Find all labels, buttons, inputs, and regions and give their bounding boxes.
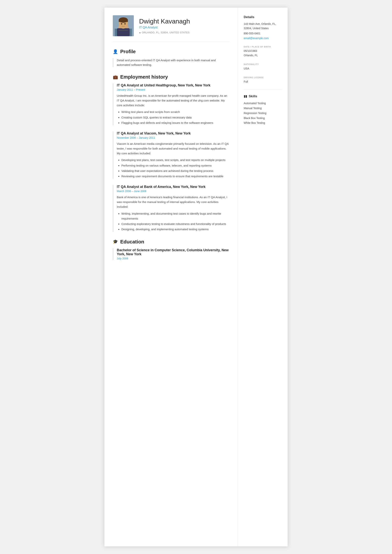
job-bullets-2: Developing test plans, test cases, test … bbox=[117, 158, 229, 179]
job-entry-3: IT QA Analyst at Bank of America, New Yo… bbox=[113, 185, 229, 232]
svg-point-7 bbox=[121, 23, 122, 24]
job-description-2: Viacom is an American media conglomerate… bbox=[117, 142, 229, 156]
bullet-item: Creating custom SQL queries to extract n… bbox=[121, 115, 229, 120]
sidebar-details: Details 143 Main Ave, Orlando, FL, 32804… bbox=[244, 15, 282, 40]
bullet-item: Writing, implementing, and documenting t… bbox=[121, 211, 229, 221]
profile-icon: 👤 bbox=[113, 49, 118, 54]
job-dates-1: January 2011 – Present bbox=[117, 88, 229, 91]
job-description-3: Bank of America is one of America's lead… bbox=[117, 195, 229, 209]
sidebar-details-title: Details bbox=[244, 15, 282, 19]
svg-rect-6 bbox=[119, 20, 128, 22]
skill-4: Black Box Testing bbox=[244, 116, 282, 121]
job-entry-1: IT QA Analyst at United Healthgroup, New… bbox=[113, 83, 229, 125]
job-dates-2: November 2008 – January 2011 bbox=[117, 136, 229, 139]
bullet-item: Validating that user expectations are ac… bbox=[121, 168, 229, 173]
sidebar-driving-value: Full bbox=[244, 80, 282, 84]
avatar bbox=[113, 15, 134, 36]
bullet-item: Conducting exploratory testing to evalua… bbox=[121, 222, 229, 226]
candidate-name: Dwight Kavanagh bbox=[139, 18, 190, 25]
job-title-2: IT QA Analyst at Viacom, New York, New Y… bbox=[117, 132, 229, 135]
bullet-item: Developing test plans, test cases, test … bbox=[121, 158, 229, 163]
svg-rect-9 bbox=[119, 30, 128, 31]
job-title-3: IT QA Analyst at Bank of America, New Yo… bbox=[117, 185, 229, 189]
svg-rect-3 bbox=[117, 28, 130, 36]
edu-dates-1: July 2006 bbox=[117, 257, 229, 260]
header-info: Dwight Kavanagh IT QA Analyst ● ORLANDO,… bbox=[139, 18, 190, 34]
sidebar-address: 143 Main Ave, Orlando, FL, 32804, United… bbox=[244, 22, 282, 31]
skill-5: White Box Testing bbox=[244, 121, 282, 125]
header: Dwight Kavanagh IT QA Analyst ● ORLANDO,… bbox=[113, 15, 229, 42]
education-icon: 🎓 bbox=[113, 239, 118, 244]
main-content: Dwight Kavanagh IT QA Analyst ● ORLANDO,… bbox=[104, 8, 238, 546]
sidebar-dob-value: 05/10/1983Orlando, FL bbox=[244, 49, 282, 57]
education-section: 🎓 Education Bachelor of Science in Compu… bbox=[113, 239, 229, 260]
job-dates-3: March 2006 – June 2008 bbox=[117, 190, 229, 193]
skills-icon: ▮▮ bbox=[244, 94, 247, 98]
sidebar-phone: 890-555-0401 bbox=[244, 31, 282, 36]
bullet-item: Flagging bugs and defects and relaying i… bbox=[121, 120, 229, 125]
job-bullets-3: Writing, implementing, and documenting t… bbox=[117, 211, 229, 232]
sidebar-nationality: NATIONALITY USA bbox=[244, 63, 282, 71]
profile-section: 👤 Profile Detail and process-oriented IT… bbox=[113, 49, 229, 67]
job-entry-2: IT QA Analyst at Viacom, New York, New Y… bbox=[113, 132, 229, 179]
skill-1: Automated Testing bbox=[244, 101, 282, 106]
education-section-title: 🎓 Education bbox=[113, 239, 229, 245]
bullet-item: Designing, developing, and implementing … bbox=[121, 227, 229, 232]
sidebar: Details 143 Main Ave, Orlando, FL, 32804… bbox=[238, 8, 288, 546]
sidebar-skills: ▮▮ Skills Automated Testing Manual Testi… bbox=[244, 94, 282, 125]
employment-section-title: 💼 Employment history bbox=[113, 74, 229, 80]
sidebar-dob-label: DATE / PLACE OF BIRTH bbox=[244, 46, 282, 48]
candidate-job-title: IT QA Analyst bbox=[139, 26, 190, 29]
sidebar-nationality-value: USA bbox=[244, 66, 282, 71]
candidate-location: ● ORLANDO, FL, 32804, UNITED STATES bbox=[139, 31, 190, 34]
skills-section-title: ▮▮ Skills bbox=[244, 94, 282, 98]
skill-3: Regression Testing bbox=[244, 111, 282, 116]
sidebar-nationality-label: NATIONALITY bbox=[244, 63, 282, 65]
sidebar-driving-label: DRIVING LICENSE bbox=[244, 76, 282, 79]
edu-entry-1: Bachelor of Science in Computer Science,… bbox=[113, 248, 229, 260]
job-bullets-1: Writing test plans and test scripts from… bbox=[117, 110, 229, 125]
job-description-1: UnitedHealth Group Inc. is an American f… bbox=[117, 93, 229, 108]
sidebar-driving: DRIVING LICENSE Full bbox=[244, 76, 282, 84]
profile-text: Detail and process-oriented IT QA Analys… bbox=[113, 58, 229, 67]
location-icon: ● bbox=[139, 31, 141, 34]
svg-point-8 bbox=[125, 23, 126, 24]
bullet-item: Reviewing user requirement documents to … bbox=[121, 174, 229, 179]
job-title-1: IT QA Analyst at United Healthgroup, New… bbox=[117, 83, 229, 87]
edu-degree-1: Bachelor of Science in Computer Science,… bbox=[117, 248, 229, 256]
resume-container: Dwight Kavanagh IT QA Analyst ● ORLANDO,… bbox=[104, 8, 288, 546]
skill-2: Manual Testing bbox=[244, 106, 282, 111]
profile-section-title: 👤 Profile bbox=[113, 49, 229, 55]
bullet-item: Performing testing on various software, … bbox=[121, 163, 229, 168]
employment-icon: 💼 bbox=[113, 75, 118, 80]
bullet-item: Writing test plans and test scripts from… bbox=[121, 110, 229, 114]
sidebar-email[interactable]: email@example.com bbox=[244, 37, 269, 40]
employment-section: 💼 Employment history IT QA Analyst at Un… bbox=[113, 74, 229, 232]
sidebar-dob: DATE / PLACE OF BIRTH 05/10/1983Orlando,… bbox=[244, 46, 282, 57]
